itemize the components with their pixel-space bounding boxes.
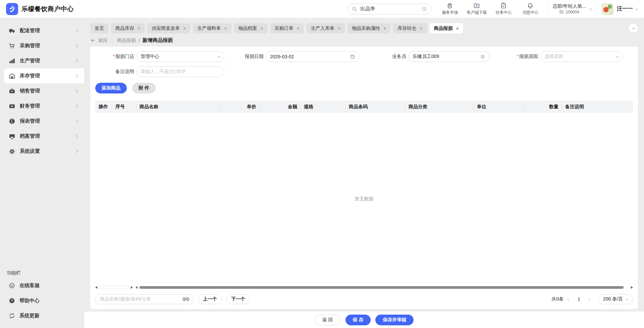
chevron-right-icon [75,120,78,123]
chevron-down-icon[interactable] [635,7,639,10]
chevron-right-icon [75,105,78,108]
chevron-down-icon [217,55,221,58]
sidebar-item[interactable]: 生产管理 [4,53,84,68]
header-quick-item[interactable]: 任务中心 [493,2,514,15]
tab[interactable]: 商品报损 × [430,23,463,34]
tab[interactable]: 物品档案 × [234,23,268,34]
tab-close-icon[interactable]: × [224,26,227,31]
back-link[interactable]: 返回 [90,38,107,44]
note-input[interactable]: 请输入，不超过100字 [136,66,224,77]
next-page-button[interactable] [585,295,593,303]
header-divider [547,4,548,14]
tab-close-icon[interactable]: × [456,26,459,31]
tab-close-icon[interactable]: × [183,26,186,31]
reason-select[interactable]: 选择原因 [540,51,623,62]
tab[interactable]: 采购订单 × [270,23,304,34]
header-quick-item[interactable]: 服务市场 [439,2,460,15]
sidebar-item[interactable]: 档案管理 [4,129,84,144]
table-column-header: 金额 [260,101,301,113]
date-input[interactable]: 2026-03-02 [266,51,360,62]
tab[interactable]: 库存转仓 × [393,23,427,34]
current-page[interactable]: 1 [578,297,580,302]
table-scrollbar[interactable] [136,286,633,289]
scrollbar-thumb[interactable] [140,286,624,289]
tab[interactable]: 商品库存 × [111,23,145,34]
page-size-select[interactable]: 200 条/页 [598,294,633,304]
clerk-input[interactable]: 乐檬员工009 [408,51,490,62]
previous-item-button[interactable]: 上一个 [198,294,222,304]
clear-icon[interactable] [480,54,485,59]
org-name: 总部/年轻人第... [552,3,586,9]
sidebar-item[interactable]: 库存管理 [4,68,84,83]
tabs-collapse-button[interactable] [629,24,638,33]
chevron-right-icon [75,89,78,93]
product-find-input[interactable]: 商品名称/规格/条码/分类 0/0 [95,294,194,304]
loss-report-form-card: *报损门店 管理中心 报损日期 2026-03-02 [90,47,638,309]
prev-page-button[interactable] [565,295,573,303]
clear-search-icon[interactable] [422,6,427,12]
sidebar-item[interactable]: 财务管理 [4,99,84,114]
sidebar-item[interactable]: 销售管理 [4,83,84,99]
add-product-button[interactable]: 添加商品 [95,83,127,93]
chevron-right-icon [75,44,78,48]
tab-bar: 首页 商品库存 × 供应商直发单 × 生产领料单 × 物品档案 [84,18,644,36]
frozen-columns-scrollbar[interactable] [95,286,133,289]
tab-close-icon[interactable]: × [297,26,300,31]
chevron-right-icon [75,150,78,153]
sidebar-item[interactable]: 采购管理 [4,38,84,53]
tab[interactable]: 物品采购属性 × [347,23,390,34]
header-quick-item[interactable]: 消息中心 [520,2,541,15]
tab-close-icon[interactable]: × [420,26,422,31]
brand[interactable]: 乐檬餐饮商户中心 [6,3,74,15]
store-field: *报损门店 管理中心 [95,51,224,62]
global-search-input[interactable]: 出品率 [347,4,431,14]
tab[interactable]: 供应商直发单 × [147,23,190,34]
date-field: 报损日期 2026-03-02 [224,51,360,62]
avatar[interactable] [601,3,613,15]
tab-close-icon[interactable]: × [383,26,386,31]
scroll-right-icon[interactable] [131,286,133,289]
header-quick-item[interactable]: 客户端下载 [466,2,487,15]
tab-close-icon[interactable]: × [338,26,340,31]
scroll-right-icon[interactable] [631,286,633,289]
tab-close-icon[interactable]: × [138,26,140,31]
sidebar-footer-item[interactable]: 系统更新 [4,308,84,323]
org-selector[interactable]: 总部/年轻人第... ID: 100004 [552,3,586,14]
chevron-left-icon [567,298,571,301]
tab-close-icon[interactable]: × [261,26,263,31]
store-select[interactable]: 管理中心 [136,51,224,62]
sidebar-item[interactable]: 系统设置 [4,144,84,159]
chevron-down-icon[interactable] [589,7,592,10]
scroll-left-icon[interactable] [95,286,97,289]
chevron-right-icon [75,59,78,63]
app-root: 乐檬餐饮商户中心 出品率 服务市场 客户端下载 [0,0,644,328]
sidebar-item[interactable]: 配送管理 [4,23,84,38]
top-header: 乐檬餐饮商户中心 出品率 服务市场 客户端下载 [0,0,644,18]
header-divider [596,4,597,14]
chevron-right-icon [587,298,591,301]
calendar-icon[interactable] [350,54,355,59]
table-toolbar: 添加商品 附 件 [95,83,633,93]
market-icon [446,2,453,9]
save-button[interactable]: 保 存 [345,315,371,325]
attachment-button[interactable]: 附 件 [132,83,156,93]
breadcrumb-separator [136,38,143,43]
scroll-left-icon[interactable] [136,286,138,289]
back-arrow-icon [90,38,96,43]
sidebar-footer-item[interactable]: 帮助中心 [4,293,84,308]
back-button[interactable]: 返 回 [315,315,341,325]
page-title: 新增商品报损 [143,37,173,44]
sidebar-footer-item[interactable]: 在线客服 [4,278,84,293]
sidebar-item[interactable]: 报表管理 [4,114,84,129]
tab[interactable]: 首页 [90,23,108,34]
save-and-audit-button[interactable]: 保存并审核 [375,315,414,325]
table-column-header: 商品条码 [345,101,405,113]
tab[interactable]: 生产领料单 × [193,23,231,34]
breadcrumb-parent[interactable]: 商品报损 [117,38,136,44]
reason-field: *报损原因 选择原因 [490,51,623,62]
tab[interactable]: 生产入库单 × [307,23,345,34]
tasks-icon [500,2,507,9]
mini-scrollbar-track[interactable] [99,286,129,289]
next-item-button[interactable]: 下一个 [226,294,250,304]
user-name[interactable]: 汪一一 [617,5,633,12]
